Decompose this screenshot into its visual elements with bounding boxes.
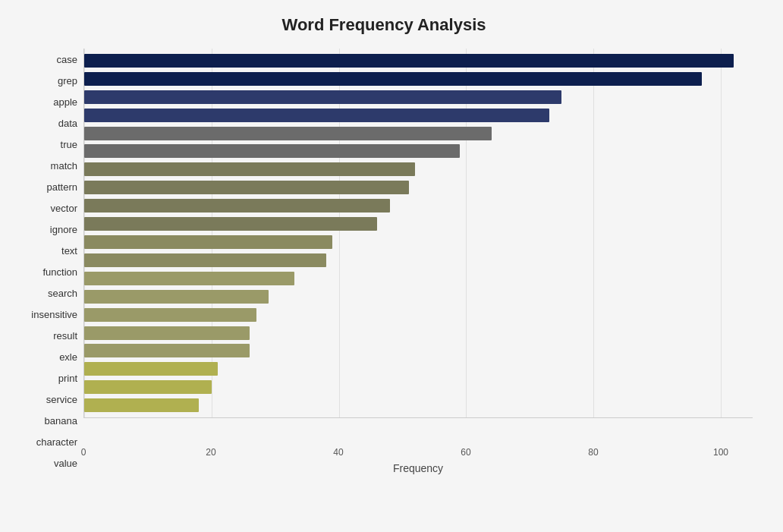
- bar: [84, 380, 212, 394]
- bar-row: [84, 360, 753, 378]
- bar: [84, 162, 415, 176]
- x-axis-wrapper: 020406080100: [83, 418, 753, 441]
- y-label: pattern: [47, 177, 77, 197]
- bar-row: [84, 88, 753, 106]
- bar-row: [84, 269, 753, 288]
- bar: [84, 344, 250, 357]
- x-tick: 80: [588, 447, 598, 458]
- bar-row: [84, 197, 753, 215]
- y-labels: casegrepappledatatruematchpatternvectori…: [15, 49, 83, 474]
- bar-row: [84, 160, 753, 178]
- bar: [84, 109, 549, 122]
- y-label: result: [53, 326, 77, 346]
- bar: [84, 290, 269, 304]
- bar: [84, 72, 702, 86]
- x-tick: 60: [461, 447, 470, 458]
- y-label: banana: [45, 411, 77, 431]
- y-label: apple: [53, 92, 77, 112]
- bar: [84, 90, 561, 104]
- y-label: print: [58, 369, 77, 389]
- bar: [84, 235, 332, 249]
- bar-row: [84, 251, 753, 269]
- bar-row: [84, 396, 753, 414]
- bar-row: [84, 52, 753, 70]
- x-tick: 20: [206, 447, 215, 458]
- chart-container: Word Frequency Analysis casegrepappledat…: [0, 0, 783, 532]
- bar-row: [84, 324, 753, 342]
- bars-and-x: 020406080100 Frequency: [83, 49, 753, 474]
- bar: [84, 362, 218, 376]
- y-label: vector: [51, 198, 77, 218]
- bar: [84, 144, 460, 158]
- y-label: search: [48, 284, 77, 304]
- bar: [84, 253, 326, 267]
- y-label: exle: [59, 348, 77, 367]
- bar: [84, 308, 256, 322]
- y-label: true: [61, 134, 77, 154]
- x-tick: 40: [333, 447, 343, 458]
- x-tick: 100: [713, 447, 728, 458]
- bar: [84, 326, 250, 340]
- bar-row: [84, 178, 753, 197]
- chart-area: casegrepappledatatruematchpatternvectori…: [15, 49, 753, 474]
- y-label: function: [42, 262, 77, 282]
- bar-row: [84, 233, 753, 251]
- y-label: case: [57, 49, 77, 69]
- bar-row: [84, 288, 753, 306]
- y-label: match: [51, 156, 77, 175]
- bar: [84, 398, 199, 412]
- bar-row: [84, 342, 753, 360]
- bar: [84, 199, 390, 212]
- bar: [84, 127, 492, 140]
- y-label: ignore: [50, 219, 77, 239]
- y-label: grep: [58, 71, 77, 90]
- y-label: value: [54, 454, 77, 474]
- y-label: character: [36, 433, 77, 452]
- y-label: service: [46, 390, 77, 410]
- y-label: data: [58, 113, 77, 133]
- chart-title: Word Frequency Analysis: [15, 15, 753, 35]
- bar-row: [84, 70, 753, 88]
- bars-wrapper: [84, 49, 753, 417]
- bar-row: [84, 143, 753, 161]
- bar-row: [84, 215, 753, 233]
- bar-row: [84, 106, 753, 124]
- y-label: insensitive: [31, 305, 77, 325]
- bar: [84, 217, 377, 231]
- x-tick: 0: [81, 447, 86, 458]
- x-axis-label: Frequency: [83, 462, 753, 474]
- bar: [84, 272, 294, 285]
- bar: [84, 54, 734, 68]
- bar-row: [84, 306, 753, 324]
- bars-area: [83, 49, 753, 418]
- bar-row: [84, 124, 753, 143]
- bar-row: [84, 378, 753, 396]
- bar: [84, 181, 409, 194]
- y-label: text: [61, 241, 77, 260]
